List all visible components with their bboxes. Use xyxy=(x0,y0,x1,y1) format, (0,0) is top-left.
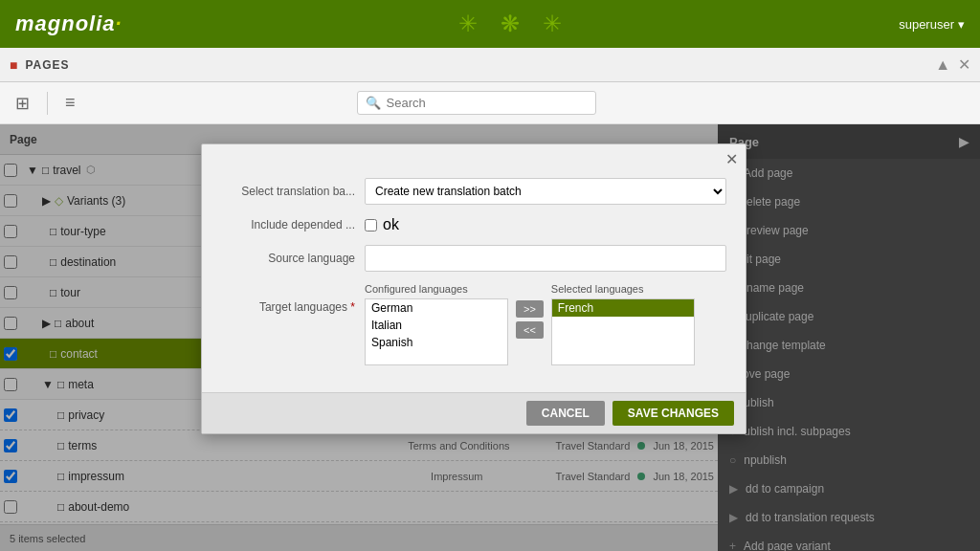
move-right-button[interactable]: >> xyxy=(516,300,544,318)
configured-languages-list: German Italian Spanish xyxy=(365,298,508,365)
toolbar-divider xyxy=(47,92,48,115)
search-box: 🔍 xyxy=(357,91,596,115)
include-dependent-checkbox-row: ok xyxy=(365,216,399,233)
apps-icon[interactable]: ✳ xyxy=(458,11,478,37)
translation-batch-label: Select translation ba... xyxy=(221,185,355,198)
modal-overlay: ✕ Select translation ba... Create new tr… xyxy=(0,124,980,551)
toolbar: ⊞ ≡ 🔍 xyxy=(0,82,980,124)
search-input[interactable] xyxy=(387,96,588,110)
source-language-input[interactable] xyxy=(365,245,726,272)
move-left-button[interactable]: << xyxy=(516,321,544,339)
selected-languages-list: French xyxy=(551,298,695,365)
cancel-button[interactable]: CANCEL xyxy=(526,401,605,426)
translation-batch-select[interactable]: Create new translation batch xyxy=(365,178,726,205)
collapse-button[interactable]: ▲ xyxy=(935,56,950,74)
main-content: Page ▼ □ travel ⬡ ▶ ◇ Variants (3) □ tou… xyxy=(0,124,980,551)
top-bar: magnolia· ✳ ❋ ✳ superuser ▾ xyxy=(0,0,980,48)
user-menu[interactable]: superuser ▾ xyxy=(899,17,965,32)
target-languages-row: Target languages Configured languages Ge… xyxy=(221,283,726,365)
modal-close-bar: ✕ xyxy=(202,144,746,170)
include-dependent-row: Include depended ... ok xyxy=(221,216,726,233)
tree-view-button[interactable]: ⊞ xyxy=(10,89,35,118)
modal-close-button[interactable]: ✕ xyxy=(725,150,738,168)
lang-item-italian[interactable]: Italian xyxy=(366,317,507,334)
search-icon: 🔍 xyxy=(366,96,381,110)
source-language-row: Source language xyxy=(221,245,726,272)
grid-icon[interactable]: ❋ xyxy=(501,11,520,37)
save-changes-button[interactable]: SAVE CHANGES xyxy=(612,401,734,426)
modal-body: Select translation ba... Create new tran… xyxy=(202,170,746,392)
menu-button[interactable]: ≡ xyxy=(59,89,81,117)
configured-label: Configured languages xyxy=(365,283,508,295)
languages-section: Configured languages German Italian Span… xyxy=(365,283,726,365)
asterisk-icon[interactable]: ✳ xyxy=(543,11,562,37)
top-icons: ✳ ❋ ✳ xyxy=(458,11,562,37)
include-dependent-text: ok xyxy=(383,216,399,233)
close-button[interactable]: ✕ xyxy=(958,55,970,74)
lang-item-french[interactable]: French xyxy=(552,299,694,317)
include-dependent-label: Include depended ... xyxy=(221,218,355,231)
selected-label: Selected languages xyxy=(551,283,695,295)
user-dropdown-icon: ▾ xyxy=(958,17,965,32)
app-title: PAGES xyxy=(25,58,69,72)
translation-modal: ✕ Select translation ba... Create new tr… xyxy=(201,143,746,434)
source-language-label: Source language xyxy=(221,252,355,265)
lang-item-german[interactable]: German xyxy=(366,299,507,317)
sub-header: ■ PAGES ▲ ✕ xyxy=(0,48,980,82)
translation-batch-row: Select translation ba... Create new tran… xyxy=(221,178,726,205)
lang-item-spanish[interactable]: Spanish xyxy=(366,334,507,351)
configured-languages-container: Configured languages German Italian Span… xyxy=(365,283,508,365)
username: superuser xyxy=(899,17,954,32)
pages-icon: ■ xyxy=(10,57,17,73)
app-logo: magnolia· xyxy=(15,11,122,36)
include-dependent-checkbox[interactable] xyxy=(365,219,377,231)
modal-footer: CANCEL SAVE CHANGES xyxy=(202,392,746,433)
selected-languages-container: Selected languages French xyxy=(551,283,695,365)
target-languages-label: Target languages xyxy=(221,300,355,314)
lang-transfer-arrows: >> << xyxy=(516,300,544,339)
